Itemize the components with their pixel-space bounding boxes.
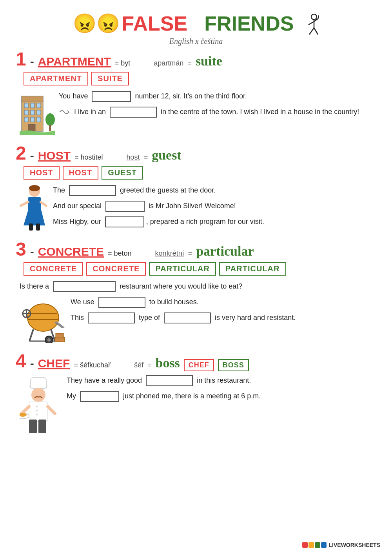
- title-friends: FRIENDS: [204, 12, 294, 35]
- section-4-ex2: My just phoned me, there is a meeting at…: [67, 390, 376, 403]
- section-2-eq: = hostitel: [74, 153, 103, 162]
- section-3-ex3: This type of is very hard and resistant.: [71, 312, 376, 324]
- section-1-word-boxes: APARTMENT SUITE: [24, 72, 376, 85]
- section-2-big-word: guest: [152, 148, 181, 163]
- svg-rect-40: [56, 333, 64, 338]
- section-3-czech: konkrétní: [155, 249, 184, 258]
- svg-rect-14: [37, 110, 41, 115]
- emoji-icon: 😠😠: [73, 13, 120, 35]
- section-2: 2 - HOST = hostitel host = guest HOST HO…: [16, 144, 376, 231]
- section-1-czech-eq: =: [187, 59, 192, 67]
- svg-line-6: [318, 15, 319, 19]
- logo-square-blue: [321, 542, 327, 548]
- fill-host-3[interactable]: [105, 216, 144, 227]
- svg-point-45: [36, 406, 38, 408]
- section-4-czech: šéf: [134, 361, 143, 369]
- word-box-host2: HOST: [63, 166, 99, 180]
- section-1-eq: = byt: [115, 59, 131, 67]
- section-2-ex2: And our special is Mr John Silver! Welco…: [53, 200, 376, 213]
- fill-concrete-3[interactable]: [88, 312, 135, 323]
- svg-point-46: [36, 410, 38, 412]
- section-3: 3 - CONCRETE = beton konkrétní = particu…: [16, 240, 376, 343]
- section-2-czech: host: [127, 153, 140, 162]
- liveworksheets-logo: [302, 542, 327, 548]
- section-4-exercises: They have a really good in this restaura…: [67, 374, 376, 406]
- svg-point-22: [29, 185, 40, 191]
- page-header: 😠😠 FALSE FRIENDS English x čeština: [16, 8, 376, 46]
- section-2-czech-eq: =: [144, 153, 148, 162]
- svg-line-50: [22, 407, 29, 414]
- section-3-czech-eq: =: [188, 249, 192, 258]
- section-3-big-word: particular: [196, 244, 254, 259]
- svg-line-53: [48, 407, 55, 414]
- svg-point-47: [36, 414, 38, 416]
- word-box-particular2: PARTICULAR: [219, 262, 286, 276]
- section-1-heading: 1 - APARTMENT = byt apartmán = suite: [16, 50, 376, 69]
- section-1-czech: apartmán: [154, 59, 183, 67]
- svg-rect-18: [28, 124, 35, 131]
- svg-rect-12: [24, 110, 28, 115]
- fill-host-1[interactable]: [69, 185, 116, 196]
- fill-concrete-2[interactable]: [98, 297, 145, 308]
- subtitle: English x čeština: [16, 37, 376, 46]
- logo-square-orange: [309, 542, 314, 548]
- svg-line-4: [309, 28, 314, 35]
- section-1-word: APARTMENT: [38, 55, 111, 68]
- fill-apartment-1[interactable]: [92, 91, 131, 102]
- svg-rect-48: [29, 420, 37, 433]
- section-3-number: 3: [16, 240, 26, 259]
- section-4-big-word: boss: [155, 356, 180, 371]
- section-2-word: HOST: [38, 149, 71, 162]
- svg-rect-13: [31, 110, 34, 115]
- svg-rect-9: [24, 103, 28, 108]
- fill-apartment-2[interactable]: [110, 107, 157, 118]
- fill-concrete-4[interactable]: [164, 312, 211, 323]
- section-2-heading: 2 - HOST = hostitel host = guest: [16, 144, 376, 163]
- section-3-heading: 3 - CONCRETE = beton konkrétní = particu…: [16, 240, 376, 259]
- svg-rect-10: [31, 103, 34, 108]
- svg-rect-11: [37, 103, 41, 108]
- section-3-word: CONCRETE: [38, 245, 104, 258]
- section-4-eq: = šéfkuchař: [74, 361, 111, 369]
- section-1-ex2: I live in an in the centre of the town. …: [59, 106, 376, 118]
- arrow-icon: [59, 108, 71, 116]
- svg-rect-49: [38, 420, 46, 433]
- fill-host-2[interactable]: [105, 201, 145, 212]
- section-3-dash: -: [30, 245, 34, 258]
- svg-point-28: [27, 304, 59, 331]
- logo-square-red: [302, 542, 308, 548]
- section-3-eq: = beton: [108, 249, 132, 258]
- section-3-mixer-exercises: We use to build houses. This type of is …: [71, 296, 376, 327]
- word-box-chef: CHEF: [184, 359, 214, 371]
- stick-figure-icon: [298, 13, 319, 38]
- liveworksheets-text: LIVEWORKSHEETS: [329, 542, 380, 548]
- section-2-ex1: The greeted the guests at the door.: [53, 184, 376, 197]
- word-box-concrete1: CONCRETE: [24, 262, 83, 276]
- section-1-ex1: You have number 12, sir. It's on the thi…: [59, 90, 376, 103]
- svg-rect-15: [24, 117, 28, 122]
- section-2-dash: -: [30, 149, 34, 162]
- word-box-apartment: APARTMENT: [24, 72, 88, 85]
- section-4-number: 4: [16, 352, 26, 371]
- fill-chef-1[interactable]: [146, 375, 193, 386]
- building-icon: [20, 92, 55, 135]
- fill-concrete-1[interactable]: [53, 281, 116, 292]
- svg-line-2: [309, 22, 314, 25]
- word-box-concrete2: CONCRETE: [86, 262, 146, 276]
- hostess-icon: [20, 184, 49, 231]
- svg-rect-17: [37, 117, 41, 122]
- section-1: 1 - APARTMENT = byt apartmán = suite APA…: [16, 50, 376, 135]
- section-3-ex2: We use to build houses.: [71, 296, 376, 309]
- svg-line-25: [41, 202, 46, 206]
- svg-line-5: [314, 28, 318, 35]
- section-3-ex1: Is there a restaurant where you would li…: [20, 280, 376, 293]
- section-1-exercises: You have number 12, sir. It's on the thi…: [59, 90, 376, 122]
- svg-point-19: [45, 113, 55, 126]
- svg-rect-20: [49, 125, 51, 131]
- word-box-boss: BOSS: [218, 359, 249, 371]
- section-4-czech-eq: =: [147, 361, 152, 369]
- svg-line-24: [20, 202, 28, 206]
- svg-rect-26: [29, 223, 33, 231]
- fill-chef-2[interactable]: [80, 391, 119, 402]
- section-4-ex1: They have a really good in this restaura…: [67, 374, 376, 387]
